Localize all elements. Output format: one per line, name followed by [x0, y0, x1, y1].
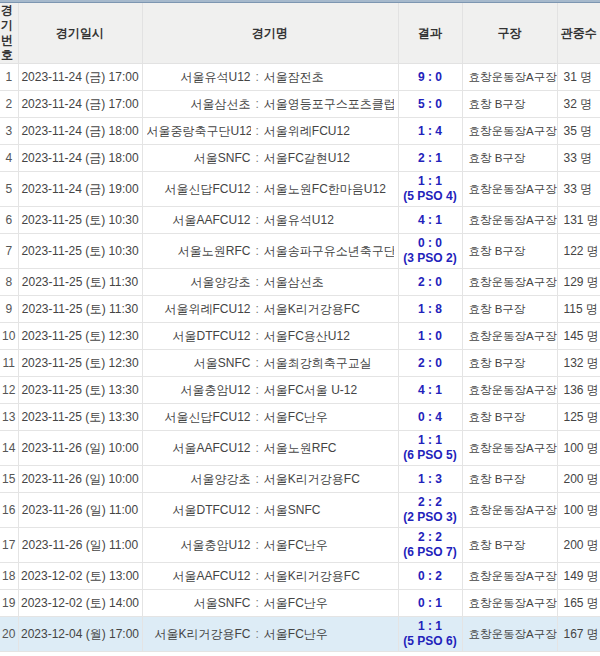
score: 1 : 8	[418, 302, 442, 316]
stadium: 효창운동장A구장	[462, 207, 557, 234]
vs-separator: :	[256, 596, 259, 610]
score: 1 : 1	[418, 174, 442, 188]
home-team: 서울K리거강용FC	[147, 626, 251, 643]
match-result[interactable]: 0 : 2	[398, 563, 462, 590]
match-result[interactable]: 5 : 0	[398, 91, 462, 118]
pso-result: (5 PSO 6)	[399, 634, 462, 649]
attendance: 33 명	[557, 145, 600, 172]
match-datetime: 2023-11-26 (일) 11:00	[18, 528, 142, 563]
match-datetime: 2023-12-02 (토) 13:00	[18, 563, 142, 590]
score: 4 : 1	[418, 383, 442, 397]
home-team: 서울AAFCU12	[147, 568, 251, 585]
vs-separator: :	[256, 503, 259, 517]
match-result[interactable]: 9 : 0	[398, 64, 462, 91]
table-row[interactable]: 12 2023-11-25 (토) 13:30 서울충암U12 : 서울FC서울…	[0, 377, 600, 404]
table-row[interactable]: 2 2023-11-24 (금) 17:00 서울삼선초 : 서울영등포구스포츠…	[0, 91, 600, 118]
match-datetime: 2023-12-04 (월) 17:00	[18, 617, 142, 652]
match-name-cell: 서울DTFCU12 : 서울FC용산U12	[142, 323, 398, 350]
pso-result: (6 PSO 7)	[399, 545, 462, 560]
away-team: 서울노원RFC	[264, 440, 394, 457]
stadium: 효창 B구장	[462, 350, 557, 377]
table-row[interactable]: 16 2023-11-26 (일) 11:00 서울DTFCU12 : 서울SN…	[0, 493, 600, 528]
column-header-match-name: 경기명	[142, 3, 398, 64]
match-datetime: 2023-11-25 (토) 13:30	[18, 377, 142, 404]
match-name-cell: 서울중랑축구단U12 : 서울위례FCU12	[142, 118, 398, 145]
match-number: 14	[0, 431, 18, 466]
home-team: 서울충암U12	[147, 382, 251, 399]
match-datetime: 2023-11-25 (토) 13:30	[18, 404, 142, 431]
table-row[interactable]: 10 2023-11-25 (토) 12:30 서울DTFCU12 : 서울FC…	[0, 323, 600, 350]
match-result[interactable]: 2 : 2 (6 PSO 7)	[398, 528, 462, 563]
pso-result: (5 PSO 4)	[399, 189, 462, 204]
match-name-cell: 서울양강초 : 서울K리거강용FC	[142, 466, 398, 493]
match-result[interactable]: 4 : 1	[398, 377, 462, 404]
table-row[interactable]: 1 2023-11-24 (금) 17:00 서울유석U12 : 서울잠전초 9…	[0, 64, 600, 91]
match-datetime: 2023-11-26 (일) 11:00	[18, 493, 142, 528]
match-name-cell: 서울신답FCU12 : 서울노원FC한마음U12	[142, 172, 398, 207]
home-team: 서울신답FCU12	[147, 181, 251, 198]
attendance: 100 명	[557, 431, 600, 466]
match-datetime: 2023-11-25 (토) 12:30	[18, 350, 142, 377]
home-team: 서울SNFC	[147, 595, 251, 612]
table-row[interactable]: 9 2023-11-25 (토) 11:30 서울위례FCU12 : 서울K리거…	[0, 296, 600, 323]
match-result[interactable]: 1 : 1 (6 PSO 5)	[398, 431, 462, 466]
vs-separator: :	[256, 213, 259, 227]
stadium: 효창운동장A구장	[462, 431, 557, 466]
stadium: 효창운동장A구장	[462, 617, 557, 652]
match-datetime: 2023-11-24 (금) 17:00	[18, 91, 142, 118]
attendance: 132 명	[557, 350, 600, 377]
away-team: 서울최강희축구교실	[264, 355, 394, 372]
table-row[interactable]: 6 2023-11-25 (토) 10:30 서울AAFCU12 : 서울유석U…	[0, 207, 600, 234]
match-datetime: 2023-11-26 (일) 10:00	[18, 466, 142, 493]
match-result[interactable]: 2 : 2 (2 PSO 3)	[398, 493, 462, 528]
match-datetime: 2023-11-24 (금) 18:00	[18, 145, 142, 172]
table-row[interactable]: 13 2023-11-25 (토) 13:30 서울신답FCU12 : 서울FC…	[0, 404, 600, 431]
stadium: 효창 B구장	[462, 296, 557, 323]
stadium: 효창운동장A구장	[462, 493, 557, 528]
table-row[interactable]: 5 2023-11-24 (금) 19:00 서울신답FCU12 : 서울노원F…	[0, 172, 600, 207]
table-row[interactable]: 4 2023-11-24 (금) 18:00 서울SNFC : 서울FC갈현U1…	[0, 145, 600, 172]
score: 2 : 1	[418, 151, 442, 165]
vs-separator: :	[256, 441, 259, 455]
match-number: 4	[0, 145, 18, 172]
match-name-cell: 서울AAFCU12 : 서울노원RFC	[142, 431, 398, 466]
match-result[interactable]: 1 : 1 (5 PSO 4)	[398, 172, 462, 207]
match-result[interactable]: 4 : 1	[398, 207, 462, 234]
column-header-stadium: 구장	[462, 3, 557, 64]
stadium: 효창 B구장	[462, 145, 557, 172]
table-row[interactable]: 19 2023-12-02 (토) 14:00 서울SNFC : 서울FC난우 …	[0, 590, 600, 617]
vs-separator: :	[256, 275, 259, 289]
table-row[interactable]: 8 2023-11-25 (토) 11:30 서울양강초 : 서울삼선초 2 :…	[0, 269, 600, 296]
away-team: 서울위례FCU12	[264, 123, 394, 140]
score: 2 : 2	[418, 530, 442, 544]
vs-separator: :	[256, 472, 259, 486]
table-row[interactable]: 18 2023-12-02 (토) 13:00 서울AAFCU12 : 서울K리…	[0, 563, 600, 590]
table-row[interactable]: 20 2023-12-04 (월) 17:00 서울K리거강용FC : 서울FC…	[0, 617, 600, 652]
match-datetime: 2023-11-24 (금) 19:00	[18, 172, 142, 207]
match-result[interactable]: 0 : 1	[398, 590, 462, 617]
table-row[interactable]: 11 2023-11-25 (토) 12:30 서울SNFC : 서울최강희축구…	[0, 350, 600, 377]
table-row[interactable]: 14 2023-11-26 (일) 10:00 서울AAFCU12 : 서울노원…	[0, 431, 600, 466]
match-result[interactable]: 1 : 3	[398, 466, 462, 493]
table-row[interactable]: 7 2023-11-25 (토) 10:30 서울노원RFC : 서울송파구유소…	[0, 234, 600, 269]
table-row[interactable]: 3 2023-11-24 (금) 18:00 서울중랑축구단U12 : 서울위례…	[0, 118, 600, 145]
match-result[interactable]: 2 : 0	[398, 269, 462, 296]
stadium: 효창운동장A구장	[462, 563, 557, 590]
table-row[interactable]: 17 2023-11-26 (일) 11:00 서울충암U12 : 서울FC난우…	[0, 528, 600, 563]
match-result[interactable]: 0 : 0 (3 PSO 2)	[398, 234, 462, 269]
match-result[interactable]: 0 : 4	[398, 404, 462, 431]
match-result[interactable]: 2 : 1	[398, 145, 462, 172]
match-result[interactable]: 1 : 1 (5 PSO 6)	[398, 617, 462, 652]
match-result[interactable]: 1 : 0	[398, 323, 462, 350]
match-result[interactable]: 2 : 0	[398, 350, 462, 377]
table-row[interactable]: 15 2023-11-26 (일) 10:00 서울양강초 : 서울K리거강용F…	[0, 466, 600, 493]
home-team: 서울위례FCU12	[147, 301, 251, 318]
match-result[interactable]: 1 : 8	[398, 296, 462, 323]
match-result[interactable]: 1 : 4	[398, 118, 462, 145]
stadium: 효창운동장A구장	[462, 118, 557, 145]
match-number: 16	[0, 493, 18, 528]
away-team: 서울노원FC한마음U12	[264, 181, 394, 198]
score: 1 : 3	[418, 472, 442, 486]
match-datetime: 2023-12-02 (토) 14:00	[18, 590, 142, 617]
score: 5 : 0	[418, 97, 442, 111]
